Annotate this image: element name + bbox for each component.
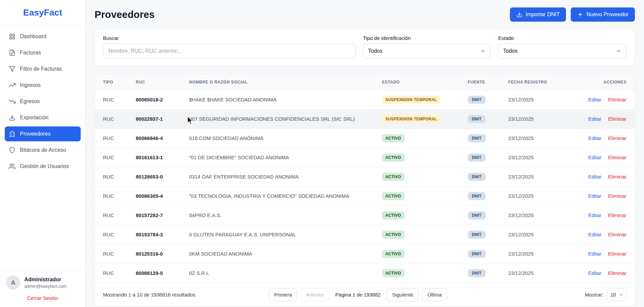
edit-link[interactable]: Editar <box>588 193 601 199</box>
table-row: RUC 80128653-0 0314 OAF ENTERPRISE SOCIE… <box>95 167 635 186</box>
estado-select[interactable]: Todos <box>498 44 626 58</box>
row-tipo: RUC <box>95 244 136 263</box>
edit-link[interactable]: Editar <box>588 155 601 160</box>
show-label: Mostrar: <box>585 292 603 298</box>
row-ruc: 80153784-3 <box>136 225 189 244</box>
table-row: RUC 80125316-0 0KM SOCIEDAD ANONIMA ACTI… <box>95 244 635 263</box>
delete-link[interactable]: Eliminar <box>608 212 626 218</box>
delete-link[interactable]: Eliminar <box>608 97 626 102</box>
table-row: RUC 80161613-1 "01 DE DICIEMBRE" SOCIEDA… <box>95 148 635 167</box>
row-fecha: 23/12/2025 <box>508 263 572 283</box>
row-fecha: 23/12/2025 <box>508 244 572 263</box>
row-fecha: 23/12/2025 <box>508 109 572 128</box>
edit-link[interactable]: Editar <box>588 232 601 237</box>
sidebar-item-ingresos[interactable]: Ingresos <box>5 78 81 93</box>
delete-link[interactable]: Eliminar <box>608 251 626 257</box>
row-tipo: RUC <box>95 148 136 167</box>
import-dnit-button[interactable]: Importar DNIT <box>510 7 566 22</box>
edit-link[interactable]: Editar <box>588 212 601 218</box>
row-fecha: 23/12/2025 <box>508 186 572 206</box>
edit-link[interactable]: Editar <box>588 251 601 257</box>
sidebar-item-label: Filtro de Facturas <box>20 66 62 72</box>
filter-funnel-icon <box>9 66 16 72</box>
table-row: RUC 80086305-4 "03 TECNOLOGIA, INDUSTRIA… <box>95 186 635 206</box>
status-badge: SUSPENSION TEMPORAL <box>382 115 440 123</box>
delete-link[interactable]: Eliminar <box>608 270 626 276</box>
row-ruc: 80157282-7 <box>136 206 189 225</box>
first-page-button[interactable]: Primera <box>269 288 298 301</box>
estado-label: Estado <box>498 35 626 41</box>
delete-link[interactable]: Eliminar <box>608 174 626 180</box>
row-tipo: RUC <box>95 206 136 225</box>
header-fecha: FECHA REGISTRO <box>508 74 572 90</box>
sidebar-item-egresos[interactable]: Egresos <box>5 94 81 109</box>
source-badge: DNIT <box>468 211 486 219</box>
logo-wrap: EasyFact <box>0 0 85 26</box>
delete-link[interactable]: Eliminar <box>608 232 626 237</box>
delete-link[interactable]: Eliminar <box>608 193 626 199</box>
row-ruc: 80022937-1 <box>136 109 189 128</box>
sidebar-item-label: Egresos <box>20 98 40 104</box>
edit-link[interactable]: Editar <box>588 116 601 122</box>
delete-link[interactable]: Eliminar <box>608 135 626 141</box>
table-footer: Mostrando 1 a 10 de 1938816 resultados P… <box>95 283 635 306</box>
sidebar-item-label: Bitácora de Acceso <box>20 147 66 153</box>
edit-link[interactable]: Editar <box>588 270 601 276</box>
header-ruc: RUC <box>136 74 189 90</box>
tipo-identificacion-select[interactable]: Todos <box>363 44 491 58</box>
row-tipo: RUC <box>95 128 136 148</box>
table-row: RUC 80153784-3 0 GLUTEN PARAGUAY E.A.S. … <box>95 225 635 244</box>
delete-link[interactable]: Eliminar <box>608 155 626 160</box>
sidebar-item-label: Ingresos <box>20 82 41 88</box>
sidebar-item-label: Gestión de Usuarios <box>20 163 69 169</box>
sidebar-item-label: Proveedores <box>20 131 51 137</box>
import-download-icon <box>516 11 522 18</box>
row-nombre: 0KM SOCIEDAD ANONIMA <box>189 244 382 263</box>
delete-link[interactable]: Eliminar <box>608 116 626 122</box>
last-page-button[interactable]: Última <box>422 288 447 301</box>
source-badge: DNIT <box>468 115 486 123</box>
sidebar-item-bitacora[interactable]: Bitácora de Acceso <box>5 143 81 158</box>
header-tipo: TIPO <box>95 74 136 90</box>
plus-icon <box>577 11 583 18</box>
next-page-button[interactable]: Siguiente <box>387 288 419 301</box>
edit-link[interactable]: Editar <box>588 174 601 180</box>
page-info: Página 1 de 193882 <box>335 292 381 298</box>
status-badge: ACTIVO <box>382 250 405 258</box>
shield-icon <box>9 147 16 154</box>
page-size-value: 10 <box>611 292 616 298</box>
edit-link[interactable]: Editar <box>588 135 601 141</box>
sidebar-item-exportacion[interactable]: Exportación <box>5 110 81 125</box>
status-badge: ACTIVO <box>382 173 405 181</box>
trending-up-icon <box>9 82 16 89</box>
trending-down-icon <box>9 98 16 105</box>
search-input[interactable] <box>103 44 356 58</box>
sidebar-item-label: Dashboard <box>20 33 46 40</box>
status-badge: SUSPENSION TEMPORAL <box>382 96 440 104</box>
row-nombre: 0Z S.R.L <box>189 263 382 283</box>
sidebar-item-dashboard[interactable]: Dashboard <box>5 29 81 44</box>
pagination: Primera Anterior Página 1 de 193882 Sigu… <box>269 288 447 301</box>
results-summary: Mostrando 1 a 10 de 1938816 resultados <box>103 292 269 298</box>
header-estado: ESTADO <box>382 74 468 90</box>
tipo-identificacion-value: Todos <box>368 48 383 54</box>
sidebar-nav: Dashboard Facturas Filtro de Facturas In… <box>0 26 85 177</box>
prev-page-button[interactable]: Anterior <box>301 288 329 301</box>
table-header-row: TIPO RUC NOMBRE O RAZÓN SOCIAL ESTADO FU… <box>95 74 635 90</box>
row-nombre: 007 SEGURIDAD INFORMACIONES CONFIDENCIAL… <box>189 109 382 128</box>
sidebar-item-gestion-usuarios[interactable]: Gestión de Usuarios <box>5 159 81 174</box>
table-row: RUC 80088129-0 0Z S.R.L ACTIVO DNIT 23/1… <box>95 263 635 283</box>
row-fecha: 23/12/2025 <box>508 225 572 244</box>
edit-link[interactable]: Editar <box>588 97 601 102</box>
sidebar-item-filtro-facturas[interactable]: Filtro de Facturas <box>5 62 81 76</box>
sidebar-item-proveedores[interactable]: Proveedores <box>5 126 81 141</box>
sidebar-item-facturas[interactable]: Facturas <box>5 45 81 60</box>
new-proveedor-button[interactable]: Nuevo Proveedor <box>571 7 635 22</box>
page-header: Proveedores Importar DNIT Nuevo Proveedo… <box>95 7 635 22</box>
source-badge: DNIT <box>468 154 486 162</box>
filters-card: Buscar Tipo de Identificación Todos Esta… <box>95 29 635 66</box>
logout-link[interactable]: Cerrar Sesión <box>6 295 79 301</box>
page-size-select[interactable]: 10 <box>607 289 626 301</box>
source-badge: DNIT <box>468 231 486 239</box>
avatar: A <box>6 276 20 290</box>
